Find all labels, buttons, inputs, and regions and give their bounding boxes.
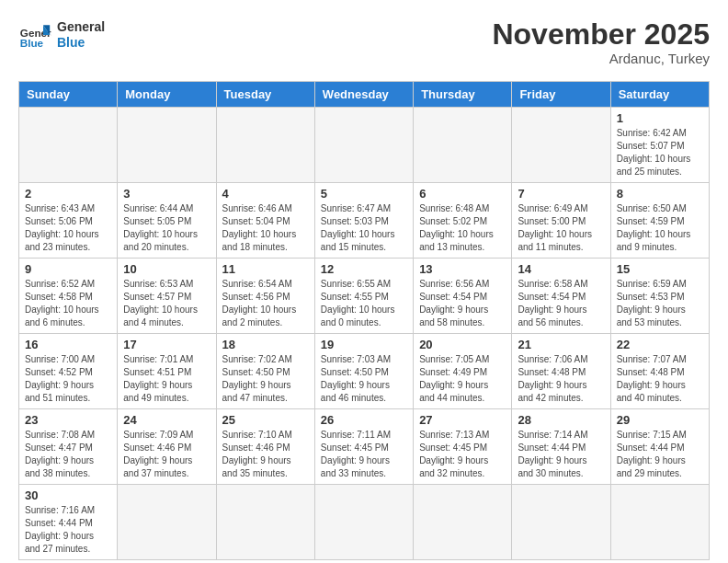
calendar-cell: 2Sunrise: 6:43 AM Sunset: 5:06 PM Daylig…: [19, 183, 118, 259]
day-number: 1: [617, 111, 703, 125]
svg-text:Blue: Blue: [20, 37, 44, 49]
calendar-cell: 16Sunrise: 7:00 AM Sunset: 4:52 PM Dayli…: [19, 334, 118, 409]
day-info: Sunrise: 7:08 AM Sunset: 4:47 PM Dayligh…: [25, 429, 111, 480]
calendar-cell: 26Sunrise: 7:11 AM Sunset: 4:45 PM Dayli…: [314, 409, 413, 485]
calendar-cell: 30Sunrise: 7:16 AM Sunset: 4:44 PM Dayli…: [19, 485, 118, 560]
page-header: General Blue General Blue November 2025 …: [18, 18, 710, 66]
day-number: 24: [123, 413, 210, 427]
calendar-cell: 23Sunrise: 7:08 AM Sunset: 4:47 PM Dayli…: [19, 409, 118, 485]
calendar-week-row: 9Sunrise: 6:52 AM Sunset: 4:58 PM Daylig…: [19, 259, 710, 334]
calendar-week-row: 16Sunrise: 7:00 AM Sunset: 4:52 PM Dayli…: [19, 334, 710, 409]
day-info: Sunrise: 6:46 AM Sunset: 5:04 PM Dayligh…: [222, 202, 309, 254]
day-info: Sunrise: 6:53 AM Sunset: 4:57 PM Dayligh…: [123, 278, 210, 329]
day-info: Sunrise: 6:50 AM Sunset: 4:59 PM Dayligh…: [617, 202, 703, 254]
day-number: 15: [617, 262, 703, 276]
calendar-cell: [512, 108, 610, 183]
calendar-cell: 13Sunrise: 6:56 AM Sunset: 4:54 PM Dayli…: [414, 259, 512, 334]
day-info: Sunrise: 7:15 AM Sunset: 4:44 PM Dayligh…: [617, 429, 703, 480]
calendar-cell: 11Sunrise: 6:54 AM Sunset: 4:56 PM Dayli…: [216, 259, 314, 334]
day-number: 19: [321, 338, 407, 351]
calendar-header-sunday: Sunday: [19, 82, 118, 108]
title-block: November 2025 Ardanuc, Turkey: [492, 18, 710, 66]
calendar-cell: 1Sunrise: 6:42 AM Sunset: 5:07 PM Daylig…: [610, 108, 709, 183]
calendar-cell: [118, 108, 216, 183]
day-number: 6: [419, 187, 506, 201]
day-number: 27: [419, 413, 506, 427]
day-number: 11: [222, 262, 309, 276]
calendar-cell: 29Sunrise: 7:15 AM Sunset: 4:44 PM Dayli…: [610, 409, 709, 485]
calendar-cell: 17Sunrise: 7:01 AM Sunset: 4:51 PM Dayli…: [118, 334, 216, 409]
day-number: 10: [123, 262, 210, 276]
calendar-cell: 9Sunrise: 6:52 AM Sunset: 4:58 PM Daylig…: [19, 259, 118, 334]
day-number: 5: [321, 187, 407, 201]
calendar-week-row: 2Sunrise: 6:43 AM Sunset: 5:06 PM Daylig…: [19, 183, 710, 259]
day-number: 3: [123, 187, 210, 201]
day-info: Sunrise: 6:44 AM Sunset: 5:05 PM Dayligh…: [123, 202, 210, 254]
calendar-week-row: 23Sunrise: 7:08 AM Sunset: 4:47 PM Dayli…: [19, 409, 710, 485]
calendar-cell: [314, 108, 413, 183]
day-info: Sunrise: 7:07 AM Sunset: 4:48 PM Dayligh…: [617, 353, 703, 405]
calendar-cell: 7Sunrise: 6:49 AM Sunset: 5:00 PM Daylig…: [512, 183, 610, 259]
calendar-cell: 14Sunrise: 6:58 AM Sunset: 4:54 PM Dayli…: [512, 259, 610, 334]
calendar-cell: 18Sunrise: 7:02 AM Sunset: 4:50 PM Dayli…: [216, 334, 314, 409]
calendar-cell: 21Sunrise: 7:06 AM Sunset: 4:48 PM Dayli…: [512, 334, 610, 409]
day-info: Sunrise: 7:06 AM Sunset: 4:48 PM Dayligh…: [518, 353, 604, 405]
day-info: Sunrise: 6:54 AM Sunset: 4:56 PM Dayligh…: [222, 278, 309, 329]
calendar-header-row: SundayMondayTuesdayWednesdayThursdayFrid…: [19, 82, 710, 108]
calendar-header-monday: Monday: [118, 82, 216, 108]
day-number: 12: [321, 262, 407, 276]
calendar-cell: 10Sunrise: 6:53 AM Sunset: 4:57 PM Dayli…: [118, 259, 216, 334]
calendar-cell: 19Sunrise: 7:03 AM Sunset: 4:50 PM Dayli…: [314, 334, 413, 409]
calendar-cell: 20Sunrise: 7:05 AM Sunset: 4:49 PM Dayli…: [414, 334, 512, 409]
calendar-cell: [414, 485, 512, 560]
calendar-cell: [512, 485, 610, 560]
calendar-week-row: 30Sunrise: 7:16 AM Sunset: 4:44 PM Dayli…: [19, 485, 710, 560]
calendar-cell: 5Sunrise: 6:47 AM Sunset: 5:03 PM Daylig…: [314, 183, 413, 259]
day-number: 18: [222, 338, 309, 351]
day-info: Sunrise: 7:14 AM Sunset: 4:44 PM Dayligh…: [518, 429, 604, 480]
calendar-cell: [414, 108, 512, 183]
day-number: 4: [222, 187, 309, 201]
calendar-cell: 3Sunrise: 6:44 AM Sunset: 5:05 PM Daylig…: [118, 183, 216, 259]
calendar: SundayMondayTuesdayWednesdayThursdayFrid…: [18, 81, 710, 560]
day-info: Sunrise: 6:49 AM Sunset: 5:00 PM Dayligh…: [518, 202, 604, 254]
calendar-header-tuesday: Tuesday: [216, 82, 314, 108]
day-number: 16: [25, 338, 111, 351]
calendar-cell: [19, 108, 118, 183]
calendar-week-row: 1Sunrise: 6:42 AM Sunset: 5:07 PM Daylig…: [19, 108, 710, 183]
day-number: 9: [25, 262, 111, 276]
day-info: Sunrise: 6:43 AM Sunset: 5:06 PM Dayligh…: [25, 202, 111, 254]
month-title: November 2025: [492, 18, 710, 51]
day-number: 21: [518, 338, 604, 351]
day-info: Sunrise: 7:05 AM Sunset: 4:49 PM Dayligh…: [419, 353, 506, 405]
calendar-cell: [118, 485, 216, 560]
day-info: Sunrise: 6:47 AM Sunset: 5:03 PM Dayligh…: [321, 202, 407, 254]
day-number: 29: [617, 413, 703, 427]
day-number: 13: [419, 262, 506, 276]
day-number: 23: [25, 413, 111, 427]
day-number: 26: [321, 413, 407, 427]
day-info: Sunrise: 6:55 AM Sunset: 4:55 PM Dayligh…: [321, 278, 407, 329]
day-number: 7: [518, 187, 604, 201]
calendar-header-friday: Friday: [512, 82, 610, 108]
logo-general-text: General: [57, 19, 105, 35]
day-info: Sunrise: 7:02 AM Sunset: 4:50 PM Dayligh…: [222, 353, 309, 405]
day-number: 8: [617, 187, 703, 201]
calendar-cell: 22Sunrise: 7:07 AM Sunset: 4:48 PM Dayli…: [610, 334, 709, 409]
day-info: Sunrise: 6:58 AM Sunset: 4:54 PM Dayligh…: [518, 278, 604, 329]
day-info: Sunrise: 6:56 AM Sunset: 4:54 PM Dayligh…: [419, 278, 506, 329]
calendar-cell: 8Sunrise: 6:50 AM Sunset: 4:59 PM Daylig…: [610, 183, 709, 259]
calendar-cell: 27Sunrise: 7:13 AM Sunset: 4:45 PM Dayli…: [414, 409, 512, 485]
calendar-cell: [314, 485, 413, 560]
logo-blue-text: Blue: [57, 35, 105, 51]
calendar-cell: [216, 485, 314, 560]
calendar-cell: 6Sunrise: 6:48 AM Sunset: 5:02 PM Daylig…: [414, 183, 512, 259]
day-info: Sunrise: 6:48 AM Sunset: 5:02 PM Dayligh…: [419, 202, 506, 254]
calendar-cell: 12Sunrise: 6:55 AM Sunset: 4:55 PM Dayli…: [314, 259, 413, 334]
day-number: 30: [25, 488, 111, 502]
day-info: Sunrise: 7:16 AM Sunset: 4:44 PM Dayligh…: [25, 504, 111, 556]
calendar-cell: 28Sunrise: 7:14 AM Sunset: 4:44 PM Dayli…: [512, 409, 610, 485]
day-info: Sunrise: 6:42 AM Sunset: 5:07 PM Dayligh…: [617, 127, 703, 178]
logo-icon: General Blue: [18, 18, 51, 52]
day-info: Sunrise: 7:01 AM Sunset: 4:51 PM Dayligh…: [123, 353, 210, 405]
